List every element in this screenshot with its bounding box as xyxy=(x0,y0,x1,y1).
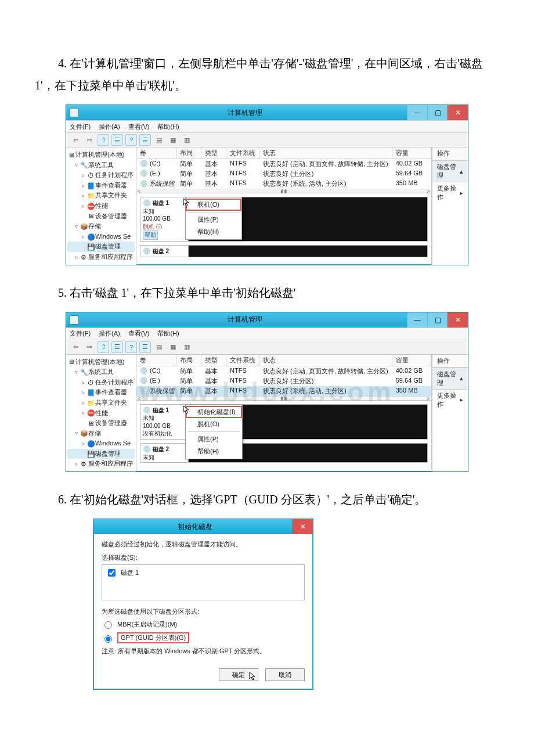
nav-device-manager[interactable]: 🖥设备管理器 xyxy=(67,418,135,429)
nav-event-viewer[interactable]: ▹📘事件查看器 xyxy=(67,181,135,191)
details-icon[interactable]: ▥ xyxy=(181,341,193,353)
volume-row[interactable]: 💿 系统保留 简单 基本 NTFS 状态良好 (系统, 活动, 主分区) 350… xyxy=(136,179,431,189)
nav-task-scheduler[interactable]: ▹⏱任务计划程序 xyxy=(67,170,135,181)
show-tree-icon[interactable]: ☰ xyxy=(111,341,123,353)
col-type[interactable]: 类型 xyxy=(201,147,226,159)
radio-mbr[interactable]: MBR(主启动记录)(M) xyxy=(102,620,305,629)
help-link[interactable]: 帮助 xyxy=(143,231,158,240)
col-layout[interactable]: 布局 xyxy=(176,147,201,159)
actions-more[interactable]: 更多操作▸ xyxy=(432,390,468,411)
nav-event-viewer[interactable]: ▹📘事件查看器 xyxy=(67,387,135,398)
minimize-button[interactable]: — xyxy=(407,312,427,327)
col-layout[interactable]: 布局 xyxy=(176,355,201,366)
back-button[interactable]: ⇦ xyxy=(70,134,81,146)
properties-icon[interactable]: ▤ xyxy=(153,341,165,353)
volume-row[interactable]: 💿 (C:) 简单 基本 NTFS 状态良好 (启动, 页面文件, 故障转储, … xyxy=(136,366,431,376)
menu-file[interactable]: 文件(F) xyxy=(70,123,91,131)
nav-system-tools[interactable]: ▿🔧系统工具 xyxy=(67,367,135,377)
disk-1-row[interactable]: 💿 磁盘 1 未知 100.00 GB 没有初始化 xyxy=(140,404,428,440)
list-icon[interactable]: ▦ xyxy=(167,134,179,146)
mbr-radio[interactable] xyxy=(104,621,112,629)
maximize-button[interactable]: ▢ xyxy=(427,312,448,327)
nav-task-scheduler[interactable]: ▹⏱任务计划程序 xyxy=(67,377,135,388)
menu-help[interactable]: 帮助(H) xyxy=(186,445,242,458)
close-button[interactable]: ✕ xyxy=(448,105,468,120)
forward-button[interactable]: ⇨ xyxy=(84,341,95,353)
menu-help[interactable]: 帮助(H) xyxy=(186,226,241,238)
disk-1-row[interactable]: 💿 磁盘 1 未知 100.00 GB 脱机 ⓘ 帮助 xyxy=(140,197,428,242)
disk-1-checkbox[interactable] xyxy=(108,569,116,577)
actions-disk-mgmt[interactable]: 磁盘管理▴ xyxy=(432,368,468,390)
refresh-icon[interactable]: ☰ xyxy=(139,134,151,146)
menu-initialize-disk[interactable]: 初始化磁盘(I) xyxy=(186,406,242,418)
nav-storage[interactable]: ▿📦存储 xyxy=(67,221,135,232)
close-button[interactable]: ✕ xyxy=(448,312,468,327)
menu-action[interactable]: 操作(A) xyxy=(99,329,120,338)
forward-button[interactable]: ⇨ xyxy=(84,134,95,146)
menu-file[interactable]: 文件(F) xyxy=(70,329,91,338)
disk-2-row[interactable]: 💿 磁盘 2 未知 xyxy=(140,443,428,463)
disk-2-row[interactable]: 💿 磁盘 2 xyxy=(140,245,428,257)
horizontal-scrollbar[interactable]: <▮▮> xyxy=(136,396,431,401)
close-button[interactable]: ✕ xyxy=(293,519,313,534)
nav-performance[interactable]: ▹⛔性能 xyxy=(67,201,135,211)
nav-system-tools[interactable]: ▿🔧系统工具 xyxy=(67,160,135,171)
menu-view[interactable]: 查看(V) xyxy=(128,329,150,338)
col-capacity[interactable]: 容量 xyxy=(392,355,431,366)
horizontal-scrollbar[interactable]: <▮▮> xyxy=(136,189,431,193)
nav-disk-management[interactable]: 💾磁盘管理 xyxy=(67,242,135,252)
col-fs[interactable]: 文件系统 xyxy=(226,355,259,366)
nav-services-apps[interactable]: ▹⚙服务和应用程序 xyxy=(67,252,135,262)
menu-offline[interactable]: 脱机(O) xyxy=(186,418,242,430)
menu-properties[interactable]: 属性(P) xyxy=(186,433,242,445)
menu-help[interactable]: 帮助(H) xyxy=(157,329,179,338)
col-status[interactable]: 状态 xyxy=(259,147,392,159)
minimize-button[interactable]: — xyxy=(407,105,427,120)
nav-root[interactable]: 🖥计算机管理(本地) xyxy=(67,150,135,160)
col-volume[interactable]: 卷 xyxy=(136,355,176,366)
col-status[interactable]: 状态 xyxy=(259,355,392,366)
nav-services-apps[interactable]: ▹⚙服务和应用程序 xyxy=(67,459,135,469)
nav-shared-folders[interactable]: ▹📁共享文件夹 xyxy=(67,398,135,408)
ok-button[interactable]: 确定 xyxy=(219,668,258,681)
actions-disk-mgmt[interactable]: 磁盘管理▴ xyxy=(432,160,468,182)
menu-action[interactable]: 操作(A) xyxy=(99,123,120,131)
nav-disk-management[interactable]: 💾磁盘管理 xyxy=(67,449,135,459)
gpt-radio[interactable] xyxy=(104,635,112,643)
col-volume[interactable]: 卷 xyxy=(136,147,176,159)
nav-shared-folders[interactable]: ▹📁共享文件夹 xyxy=(67,190,135,201)
list-icon[interactable]: ▦ xyxy=(167,341,179,353)
menu-properties[interactable]: 属性(P) xyxy=(186,214,241,226)
radio-gpt[interactable]: GPT (GUID 分区表)(G) xyxy=(102,632,305,643)
refresh-icon[interactable]: ☰ xyxy=(139,341,151,353)
volume-row[interactable]: 💿 (E:) 简单 基本 NTFS 状态良好 (主分区) 59.64 GB xyxy=(136,376,431,386)
col-capacity[interactable]: 容量 xyxy=(392,147,431,159)
actions-more[interactable]: 更多操作▸ xyxy=(432,182,468,203)
menu-help[interactable]: 帮助(H) xyxy=(157,123,179,131)
nav-device-manager[interactable]: 🖥设备管理器 xyxy=(67,211,135,222)
nav-windows-server[interactable]: ▹🔵Windows Se xyxy=(67,232,135,242)
show-tree-icon[interactable]: ☰ xyxy=(111,134,123,146)
disk-checkbox-1[interactable]: 磁盘 1 xyxy=(106,567,301,578)
disk-select-list[interactable]: 磁盘 1 xyxy=(102,564,305,600)
properties-icon[interactable]: ▤ xyxy=(153,134,165,146)
volume-row-selected[interactable]: 💿 系统保留 简单 基本 NTFS 状态良好 (系统, 活动, 主分区) 350… xyxy=(136,386,431,396)
col-fs[interactable]: 文件系统 xyxy=(226,147,259,159)
nav-windows-server[interactable]: ▹🔵Windows Se xyxy=(67,438,135,449)
volume-row[interactable]: 💿 (E:) 简单 基本 NTFS 状态良好 (主分区) 59.64 GB xyxy=(136,169,431,179)
col-type[interactable]: 类型 xyxy=(201,355,226,366)
up-icon[interactable]: ⇧ xyxy=(98,134,109,146)
menu-online[interactable]: 联机(O) xyxy=(186,199,241,211)
help-icon[interactable]: ? xyxy=(125,134,137,146)
menu-view[interactable]: 查看(V) xyxy=(128,123,150,131)
up-icon[interactable]: ⇧ xyxy=(98,341,109,353)
back-button[interactable]: ⇦ xyxy=(70,341,81,353)
nav-performance[interactable]: ▹⛔性能 xyxy=(67,408,135,419)
maximize-button[interactable]: ▢ xyxy=(427,105,448,120)
help-icon[interactable]: ? xyxy=(125,341,137,353)
volume-row[interactable]: 💿 (C:) 简单 基本 NTFS 状态良好 (启动, 页面文件, 故障转储, … xyxy=(136,159,431,169)
nav-root[interactable]: 🖥计算机管理(本地) xyxy=(67,357,135,368)
details-icon[interactable]: ▥ xyxy=(181,134,193,146)
cancel-button[interactable]: 取消 xyxy=(265,668,305,681)
nav-storage[interactable]: ▿📦存储 xyxy=(67,429,135,439)
